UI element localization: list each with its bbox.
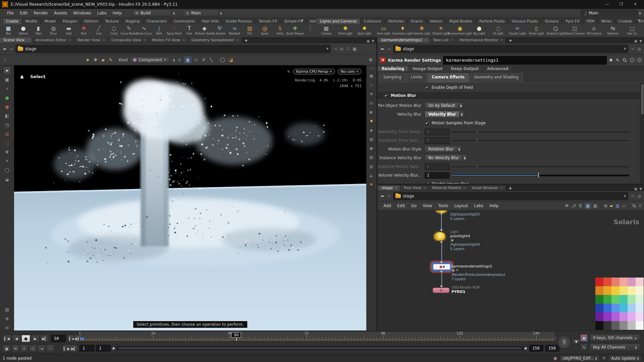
- jump-to-end-button[interactable]: ▶▎: [40, 335, 49, 342]
- close-tab-icon[interactable]: ✕: [500, 186, 503, 189]
- shelf-tab-fem[interactable]: FEM: [583, 18, 598, 24]
- minimize-button[interactable]: —: [600, 1, 614, 8]
- node-name-field[interactable]: karmarendersettings1: [443, 56, 607, 65]
- network-menu-labs[interactable]: Labs: [471, 202, 486, 209]
- palette-swatch[interactable]: [620, 295, 628, 304]
- recook-icon[interactable]: ⟳: [602, 356, 606, 361]
- menu-spinner-velocity-blur[interactable]: ▲▼: [460, 111, 464, 118]
- palette-swatch[interactable]: [620, 278, 628, 286]
- info-icon[interactable]: i: [630, 58, 634, 62]
- palette-swatch[interactable]: [628, 304, 636, 312]
- auto-key-icon[interactable]: ◆: [580, 334, 588, 342]
- pane-layout-icon[interactable]: ▣: [634, 39, 637, 43]
- shelf-tool-gi-light[interactable]: ◌GI Light: [489, 24, 508, 38]
- edit-camera-pencil-icon[interactable]: ✎: [287, 69, 290, 74]
- shelf-tool-font[interactable]: TFont: [182, 24, 197, 38]
- network-pane-tab-material-palette[interactable]: Material Palette✕: [429, 185, 468, 191]
- params-target-icon[interactable]: ◎: [637, 47, 642, 51]
- simulation-toggle-icon[interactable]: ⚡: [20, 345, 28, 352]
- play-reverse-button[interactable]: ◀: [12, 335, 21, 342]
- sticky-note-icon[interactable]: ▰: [610, 203, 613, 208]
- palette-swatch[interactable]: [611, 278, 620, 286]
- network-pane-tab-asset-browser[interactable]: Asset Browser✕: [469, 185, 505, 191]
- params-pin-icon[interactable]: ⊣: [630, 47, 635, 51]
- select-tool-icon[interactable]: ➤: [4, 67, 10, 73]
- paint-mode-icon[interactable]: ✎: [108, 57, 113, 63]
- palette-swatch[interactable]: [611, 312, 620, 321]
- palette-swatch[interactable]: [595, 321, 603, 330]
- tree-hierarchy-icon[interactable]: ⎇: [571, 203, 576, 208]
- dopesheet-icon[interactable]: ⋯: [46, 345, 54, 352]
- tools-wrench-icon[interactable]: ⚒: [565, 203, 569, 208]
- palette-swatch[interactable]: [628, 286, 636, 295]
- shelf-tool-tube[interactable]: ▮Tube: [31, 24, 46, 38]
- main-context-spinner[interactable]: ▲▼: [220, 11, 222, 15]
- node-karmarendersettings1[interactable]: [433, 264, 450, 270]
- camera-link-icon[interactable]: ⌻: [346, 47, 350, 51]
- close-tab-icon[interactable]: ✕: [423, 186, 426, 189]
- node-connector[interactable]: [440, 270, 442, 273]
- shelf-overflow-right-icon[interactable]: ▼: [638, 19, 640, 22]
- maximize-button[interactable]: ❐: [614, 1, 628, 8]
- params-pane-tab-karmarendersettings1[interactable]: karmarendersettings1✕: [378, 38, 429, 43]
- shelf-tab-lights-and-cameras[interactable]: Lights and Cameras: [317, 18, 360, 24]
- publish-icon[interactable]: ⍐: [639, 203, 641, 208]
- menu-spinner-per-object-motion-blur[interactable]: ▲▼: [459, 102, 464, 109]
- pane-layout-icon[interactable]: ▣: [367, 39, 370, 43]
- network-menu-help[interactable]: Help: [486, 202, 501, 209]
- display-flag-badge[interactable]: [452, 269, 455, 272]
- range-start-field[interactable]: 1: [96, 345, 111, 352]
- pose-tool-icon[interactable]: ✦: [5, 85, 9, 92]
- multi-handle-icon[interactable]: ✥: [5, 149, 9, 155]
- pin-icon[interactable]: ⊣: [332, 47, 337, 51]
- help-icon[interactable]: ?: [637, 58, 642, 62]
- sub-tab-camera-effects[interactable]: Camera Effects: [427, 73, 469, 82]
- shelf-tool-ambient-light[interactable]: ○Ambient Light: [546, 24, 565, 38]
- network-path-dropdown-icon[interactable]: ▼: [624, 195, 626, 198]
- timeline-ruler[interactable]: 12448729612014450: [79, 331, 555, 341]
- display-flag-badge[interactable]: [451, 239, 453, 242]
- realtime-clock-icon[interactable]: ◷: [29, 345, 37, 352]
- close-tab-icon[interactable]: ✕: [451, 39, 453, 42]
- sub-tab-limits[interactable]: Limits: [407, 73, 427, 82]
- shelf-tool-volume-light[interactable]: ❋Volume Light: [412, 24, 431, 38]
- shading-icon[interactable]: ◐: [370, 109, 373, 115]
- select-mode-icon[interactable]: ➤: [85, 57, 91, 63]
- slider-handle[interactable]: [476, 165, 478, 169]
- params-forward-arrow-icon[interactable]: ➡: [386, 47, 392, 51]
- shelf-tab-create[interactable]: Create: [3, 18, 22, 24]
- node-connector[interactable]: [440, 285, 442, 287]
- current-frame-field[interactable]: 50: [51, 335, 66, 342]
- close-tab-icon[interactable]: ✕: [103, 39, 105, 42]
- line-select-icon[interactable]: ╲: [209, 57, 213, 63]
- forward-arrow-icon[interactable]: ➡: [9, 47, 14, 51]
- kind-spinner[interactable]: ▲▼: [173, 58, 175, 62]
- shelf-tab-guide-process[interactable]: Guide Process: [222, 18, 255, 24]
- network-menu-edit[interactable]: Edit: [394, 202, 408, 209]
- camera-view-icon[interactable]: ▦: [370, 73, 373, 79]
- checkbox-motion-blur[interactable]: ✔: [384, 94, 388, 98]
- palette-swatch[interactable]: [603, 304, 611, 312]
- main-tab-image-output[interactable]: Image Output: [409, 66, 446, 71]
- palette-swatch[interactable]: [595, 304, 603, 312]
- brush-select-icon[interactable]: ✐: [201, 57, 207, 63]
- main-context-selector[interactable]: ◎ Main: [183, 10, 219, 16]
- key-options-dropdown[interactable]: ▼: [572, 339, 580, 344]
- palette-swatch[interactable]: [603, 312, 611, 321]
- pane-menu-dropdown-icon[interactable]: ▼: [372, 39, 374, 43]
- checkbox-enable-depth-of-field[interactable]: ✔: [425, 85, 429, 90]
- shelf-tab-viscous-fluids[interactable]: Viscous Fluids: [508, 18, 541, 24]
- box-select-icon[interactable]: ▦: [184, 57, 191, 63]
- palette-swatch[interactable]: [636, 321, 644, 330]
- shelf-tool-sphere[interactable]: ●Sphere: [16, 24, 31, 38]
- goto-range-start-button[interactable]: ▎◀: [62, 345, 70, 352]
- params-scrollbar[interactable]: [640, 83, 644, 184]
- params-scrollbar-thumb[interactable]: [641, 84, 644, 114]
- context-path-selector[interactable]: /obj/PYRO_EXP... ▲▼: [560, 355, 600, 361]
- shelf-tool-metaball[interactable]: ∞Metaball: [227, 24, 242, 38]
- main-tab-deep-output[interactable]: Deep Output: [447, 66, 483, 71]
- node-pointlight4[interactable]: [434, 232, 445, 241]
- close-tab-icon[interactable]: ✕: [143, 39, 146, 42]
- palette-swatch[interactable]: [611, 286, 620, 295]
- pane-layout-icon[interactable]: ▣: [634, 187, 637, 191]
